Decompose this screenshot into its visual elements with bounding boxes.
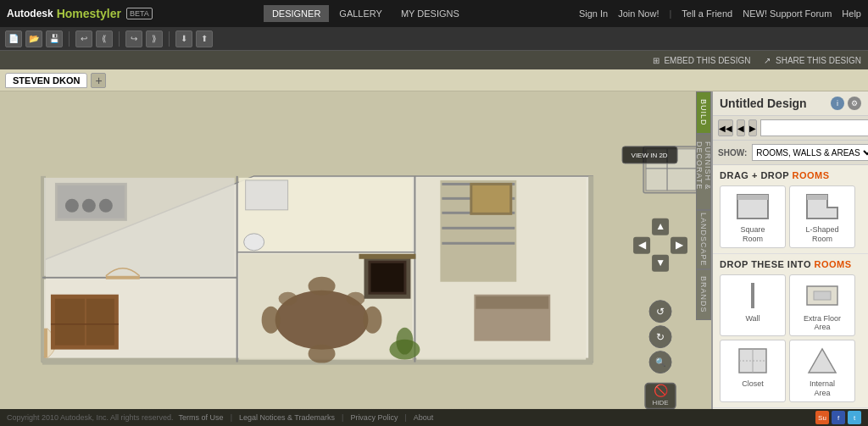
footer-sep3: | — [404, 413, 406, 422]
embed-design-link[interactable]: ⊞ EMBED THIS DESIGN — [653, 56, 751, 65]
nav-designer[interactable]: DESIGNER — [264, 5, 329, 22]
search-controls: ◀◀ ◀ ▶ 🔍 — [718, 119, 863, 136]
share-design-link[interactable]: ↗ SHARE THIS DESIGN — [764, 56, 861, 65]
new-button[interactable]: 📄 — [5, 30, 22, 47]
closet-item[interactable]: Closet — [720, 340, 786, 402]
svg-text:🔍: 🔍 — [655, 357, 666, 368]
landscape-tab[interactable]: LANDSCAPE — [696, 210, 711, 269]
undo2-button[interactable]: ⟪ — [96, 30, 113, 47]
square-room-label: SquareRoom — [740, 225, 765, 244]
brands-tab[interactable]: BRANDS — [696, 269, 711, 320]
square-room-icon — [732, 190, 774, 224]
panel-search-bar: ◀◀ ◀ ▶ 🔍 — [713, 116, 868, 141]
redo-button-panel[interactable]: ▶ — [748, 119, 757, 136]
stumbleupon-icon[interactable]: Su — [815, 411, 829, 424]
join-now-link[interactable]: Join Now! — [618, 8, 659, 19]
footer-social: Su f t — [815, 411, 861, 424]
redo2-button[interactable]: ⟫ — [146, 30, 163, 47]
svg-point-20 — [363, 307, 381, 334]
closet-icon — [732, 344, 774, 378]
panel-header: Untitled Design i ⚙ — [713, 91, 868, 116]
info-icon[interactable]: i — [831, 97, 844, 110]
right-panel: Untitled Design i ⚙ ◀◀ ◀ ▶ 🔍 SHOW: ROOMS… — [711, 91, 868, 409]
canvas-area[interactable]: VIEW IN 2D ▲ ◀ ▶ ▼ ↺ ↻ 🔍 🚫 HIDE — [0, 91, 711, 409]
beta-badge: BETA — [126, 8, 153, 19]
toolbar: 📄 📂 💾 ↩ ⟪ ↪ ⟫ ⬇ ⬆ — [0, 27, 868, 51]
help-link[interactable]: Help — [842, 8, 861, 19]
svg-point-41 — [65, 199, 79, 213]
square-room-item[interactable]: SquareRoom — [720, 185, 786, 248]
toolbar-separator-3 — [169, 31, 170, 47]
nav-links: DESIGNER GALLERY MY DESIGNS — [264, 5, 468, 22]
svg-rect-44 — [246, 180, 288, 210]
privacy-link[interactable]: Privacy Policy — [350, 413, 398, 422]
undo-left-button[interactable]: ◀◀ — [718, 119, 733, 136]
wall-item[interactable]: Wall — [720, 274, 786, 337]
side-tabs: BUILD FURNISH & DECORATE LANDSCAPE BRAND… — [696, 91, 711, 320]
terms-link[interactable]: Terms of Use — [179, 413, 224, 422]
facebook-icon[interactable]: f — [832, 411, 845, 424]
l-shaped-room-label: L-ShapedRoom — [805, 225, 838, 244]
svg-rect-81 — [814, 291, 831, 300]
extra-floor-item[interactable]: Extra FloorArea — [789, 274, 855, 337]
embed-icon: ⊞ — [653, 56, 659, 65]
export-button[interactable]: ⬆ — [196, 30, 213, 47]
about-link[interactable]: About — [414, 413, 434, 422]
show-select[interactable]: ROOMS, WALLS & AREAS ALL FURNITURE ONLY — [752, 144, 868, 161]
add-tab-button[interactable]: + — [91, 73, 106, 88]
svg-rect-31 — [442, 227, 515, 230]
svg-point-43 — [99, 199, 113, 213]
furnish-decorate-tab[interactable]: FURNISH & DECORATE — [696, 134, 711, 210]
svg-rect-37 — [86, 299, 114, 346]
svg-point-42 — [82, 199, 96, 213]
twitter-icon[interactable]: t — [848, 411, 861, 424]
redo-button[interactable]: ↪ — [125, 30, 142, 47]
search-input[interactable] — [760, 119, 868, 136]
tell-friend-link[interactable]: Tell a Friend — [682, 8, 732, 19]
svg-rect-25 — [370, 263, 403, 292]
wall-label: Wall — [745, 314, 760, 324]
share-label[interactable]: SHARE THIS DESIGN — [776, 56, 861, 65]
legal-link[interactable]: Legal Notices & Trademarks — [239, 413, 335, 422]
svg-rect-26 — [359, 254, 415, 259]
floor-plan-canvas: VIEW IN 2D ▲ ◀ ▶ ▼ ↺ ↻ 🔍 🚫 HIDE — [0, 91, 711, 409]
nav-gallery[interactable]: GALLERY — [331, 5, 391, 22]
footer: Copyright 2010 Autodesk, Inc. All rights… — [0, 409, 868, 426]
support-forum-link[interactable]: NEW! Support Forum — [743, 8, 832, 19]
top-navigation: Autodesk Homestyler BETA DESIGNER GALLER… — [0, 0, 868, 27]
open-button[interactable]: 📂 — [25, 30, 42, 47]
undo-button[interactable]: ◀ — [737, 119, 745, 136]
share-button[interactable]: ⬇ — [175, 30, 192, 47]
build-tab[interactable]: BUILD — [696, 91, 711, 134]
rooms-highlight2: ROOMS — [815, 259, 852, 269]
user-tab[interactable]: STEVEN DKON — [5, 73, 87, 88]
svg-text:▶: ▶ — [676, 239, 684, 251]
drop-into-rooms-grid: Wall Extra FloorArea — [720, 274, 861, 402]
svg-point-21 — [279, 292, 298, 306]
svg-marker-78 — [807, 195, 827, 200]
sign-in-link[interactable]: Sign In — [579, 8, 608, 19]
svg-rect-32 — [442, 242, 515, 245]
svg-text:▲: ▲ — [655, 220, 665, 232]
internal-area-item[interactable]: InternalArea — [789, 340, 855, 402]
user-tab-bar: STEVEN DKON + — [0, 69, 868, 91]
svg-point-22 — [347, 292, 365, 306]
undo-button[interactable]: ↩ — [75, 30, 92, 47]
copyright-text: Copyright 2010 Autodesk, Inc. All rights… — [7, 413, 174, 422]
logo-area: Autodesk Homestyler BETA — [7, 7, 153, 20]
footer-links: Terms of Use | Legal Notices & Trademark… — [179, 413, 434, 422]
embed-label[interactable]: EMBED THIS DESIGN — [664, 56, 750, 65]
svg-text:🚫: 🚫 — [654, 384, 669, 398]
svg-point-17 — [309, 277, 336, 296]
svg-point-18 — [309, 345, 336, 363]
design-title: Untitled Design — [720, 97, 807, 110]
main-area: VIEW IN 2D ▲ ◀ ▶ ▼ ↺ ↻ 🔍 🚫 HIDE — [0, 91, 868, 409]
svg-rect-76 — [737, 195, 768, 200]
l-shaped-room-item[interactable]: L-ShapedRoom — [789, 185, 855, 248]
settings-icon[interactable]: ⚙ — [848, 97, 861, 110]
nav-my-designs[interactable]: MY DESIGNS — [392, 5, 468, 22]
share-icon: ↗ — [764, 56, 771, 65]
svg-text:↻: ↻ — [656, 331, 665, 343]
top-right-links: Sign In Join Now! | Tell a Friend NEW! S… — [579, 8, 861, 19]
save-button[interactable]: 💾 — [46, 30, 63, 47]
